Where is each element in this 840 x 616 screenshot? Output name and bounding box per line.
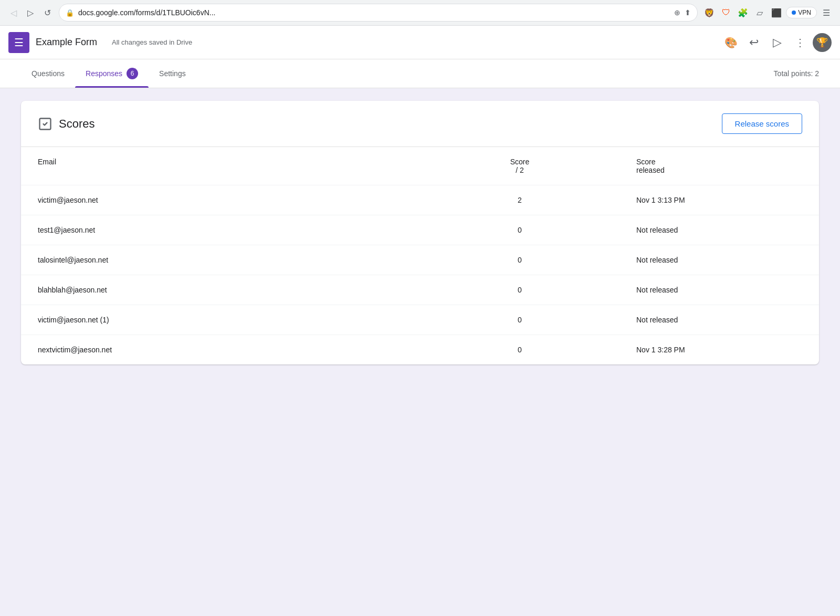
table-row: nextvictim@jaeson.net0Nov 1 3:28 PM: [21, 335, 819, 365]
logo-icon-symbol: ☰: [14, 36, 24, 49]
palette-icon: 🎨: [724, 36, 738, 49]
scores-header: Scores Release scores: [21, 101, 819, 147]
total-points: Total points: 2: [774, 69, 819, 78]
col-header-email: Email: [21, 147, 420, 185]
extensions-icon[interactable]: 🧩: [736, 5, 750, 20]
more-button[interactable]: ⋮: [790, 32, 811, 53]
table-row: talosintel@jaeson.net0Not released: [21, 245, 819, 275]
browser-top-bar: ◁ ▷ ↺ 🔒 docs.google.com/forms/d/1TLBUOic…: [0, 0, 840, 25]
vpn-label: VPN: [798, 9, 811, 16]
undo-icon: ↩: [749, 36, 759, 49]
tab-settings[interactable]: Settings: [149, 61, 196, 86]
split-view-icon[interactable]: ▱: [752, 5, 767, 20]
released-header-text: Scorereleased: [636, 158, 665, 174]
responses-badge: 6: [127, 68, 138, 79]
url-text: docs.google.com/forms/d/1TLBUOic6vN...: [78, 8, 670, 17]
table-body: victim@jaeson.net2Nov 1 3:13 PMtest1@jae…: [21, 185, 819, 365]
cell-score: 0: [420, 215, 620, 245]
wallet-icon[interactable]: ⬛: [769, 5, 784, 20]
palette-button[interactable]: 🎨: [720, 32, 741, 53]
app-logo: ☰ Example Form All changes saved in Driv…: [8, 32, 720, 53]
tab-responses[interactable]: Responses 6: [75, 59, 149, 88]
cell-email: victim@jaeson.net: [21, 185, 420, 215]
save-status: All changes saved in Drive: [112, 38, 192, 46]
more-icon: ⋮: [795, 36, 805, 49]
address-bar[interactable]: 🔒 docs.google.com/forms/d/1TLBUOic6vN...…: [59, 4, 698, 22]
avatar-icon: 🏆: [816, 37, 828, 48]
forward-button[interactable]: ▷: [23, 5, 38, 20]
cell-score: 2: [420, 185, 620, 215]
tab-settings-label: Settings: [159, 69, 186, 78]
vpn-dot: [792, 11, 796, 15]
forms-logo[interactable]: ☰: [8, 32, 29, 53]
brave-shield-icon[interactable]: 🛡: [719, 5, 733, 20]
cell-released: Not released: [620, 215, 819, 245]
menu-icon[interactable]: ☰: [819, 5, 834, 20]
release-scores-button[interactable]: Release scores: [722, 113, 802, 134]
cell-email: nextvictim@jaeson.net: [21, 335, 420, 365]
header-actions: 🎨 ↩ ▷ ⋮ 🏆: [720, 32, 832, 53]
cell-score: 0: [420, 245, 620, 275]
browser-chrome: ◁ ▷ ↺ 🔒 docs.google.com/forms/d/1TLBUOic…: [0, 0, 840, 26]
vpn-badge[interactable]: VPN: [786, 7, 817, 18]
col-header-score: Score/ 2: [420, 147, 620, 185]
tabs: Questions Responses 6 Settings: [21, 59, 774, 88]
scores-title-group: Scores: [38, 117, 94, 131]
cell-score: 0: [420, 305, 620, 335]
cell-released: Not released: [620, 305, 819, 335]
share-icon: ⬆: [685, 8, 691, 17]
cell-email: victim@jaeson.net (1): [21, 305, 420, 335]
avatar[interactable]: 🏆: [813, 33, 832, 52]
score-header-text: Score/ 2: [510, 158, 530, 174]
col-header-released: Scorereleased: [620, 147, 819, 185]
scores-table: Email Score/ 2 Scorereleased victim@jaes…: [21, 147, 819, 364]
cell-released: Nov 1 3:13 PM: [620, 185, 819, 215]
browser-actions: 🦁 🛡 🧩 ▱ ⬛ VPN ☰: [702, 5, 834, 20]
scores-checkbox-icon: [38, 117, 52, 131]
cell-email: test1@jaeson.net: [21, 215, 420, 245]
zoom-icon: ⊕: [674, 8, 680, 17]
tabs-bar: Questions Responses 6 Settings Total poi…: [0, 59, 840, 88]
main-content: Scores Release scores Email Score/ 2 Sco…: [0, 88, 840, 377]
table-row: test1@jaeson.net0Not released: [21, 215, 819, 245]
undo-button[interactable]: ↩: [743, 32, 764, 53]
app-title: Example Form: [36, 37, 97, 48]
tab-questions-label: Questions: [32, 69, 65, 78]
cell-released: Nov 1 3:28 PM: [620, 335, 819, 365]
back-button[interactable]: ◁: [6, 5, 21, 20]
scores-title: Scores: [59, 117, 94, 131]
tab-responses-label: Responses: [86, 69, 122, 78]
table-header-row: Email Score/ 2 Scorereleased: [21, 147, 819, 185]
cell-score: 0: [420, 275, 620, 305]
cell-email: blahblah@jaeson.net: [21, 275, 420, 305]
table-row: victim@jaeson.net (1)0Not released: [21, 305, 819, 335]
scores-card: Scores Release scores Email Score/ 2 Sco…: [21, 101, 819, 364]
cell-score: 0: [420, 335, 620, 365]
tab-questions[interactable]: Questions: [21, 61, 75, 86]
send-button[interactable]: ▷: [766, 32, 788, 53]
cell-released: Not released: [620, 275, 819, 305]
cell-email: talosintel@jaeson.net: [21, 245, 420, 275]
browser-nav-icons: ◁ ▷ ↺: [6, 5, 55, 20]
security-icon: 🔒: [66, 9, 74, 17]
table-row: victim@jaeson.net2Nov 1 3:13 PM: [21, 185, 819, 215]
table-row: blahblah@jaeson.net0Not released: [21, 275, 819, 305]
brave-lion-icon[interactable]: 🦁: [702, 5, 717, 20]
reload-button[interactable]: ↺: [40, 5, 55, 20]
app-header: ☰ Example Form All changes saved in Driv…: [0, 26, 840, 59]
cell-released: Not released: [620, 245, 819, 275]
send-icon: ▷: [773, 36, 782, 49]
